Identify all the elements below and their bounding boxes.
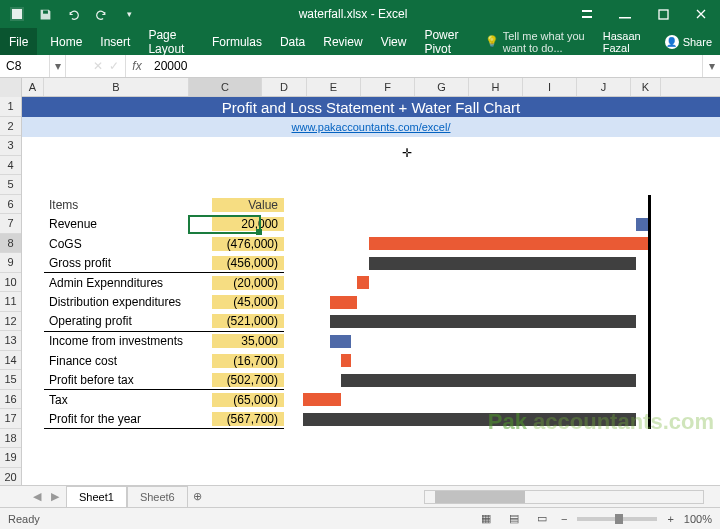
row-header-14[interactable]: 14 <box>0 351 21 371</box>
value-cell: (456,000) <box>212 256 284 270</box>
chart-row <box>284 312 720 332</box>
normal-view-icon[interactable]: ▦ <box>477 511 495 527</box>
share-button[interactable]: 👤 Share <box>657 35 720 49</box>
table-row: CoGS(476,000) <box>44 234 284 254</box>
column-header-C[interactable]: C <box>189 78 262 96</box>
table-row: Revenue20,000 <box>44 215 284 235</box>
column-header-F[interactable]: F <box>361 78 415 96</box>
column-header-D[interactable]: D <box>262 78 307 96</box>
table-row: Finance cost(16,700) <box>44 351 284 371</box>
row-header-9[interactable]: 9 <box>0 253 21 273</box>
column-header-G[interactable]: G <box>415 78 469 96</box>
save-icon[interactable] <box>36 5 54 23</box>
column-header-K[interactable]: K <box>631 78 661 96</box>
enter-formula-icon[interactable]: ✓ <box>109 59 119 73</box>
row-header-20[interactable]: 20 <box>0 468 21 486</box>
row-header-10[interactable]: 10 <box>0 273 21 293</box>
row-header-1[interactable]: 1 <box>0 97 21 117</box>
column-header-A[interactable]: A <box>22 78 44 96</box>
page-layout-view-icon[interactable]: ▤ <box>505 511 523 527</box>
qat-customize-icon[interactable]: ▾ <box>120 5 138 23</box>
source-link[interactable]: www.pakaccountants.com/excel/ <box>292 121 451 133</box>
row-header-12[interactable]: 12 <box>0 312 21 332</box>
column-header-E[interactable]: E <box>307 78 361 96</box>
zoom-slider[interactable] <box>577 517 657 521</box>
zoom-out-button[interactable]: − <box>561 513 567 525</box>
row-header-15[interactable]: 15 <box>0 370 21 390</box>
tab-view[interactable]: View <box>372 28 416 55</box>
row-header-7[interactable]: 7 <box>0 214 21 234</box>
cells-area[interactable]: Profit and Loss Statement + Water Fall C… <box>22 97 720 485</box>
cancel-formula-icon[interactable]: ✕ <box>93 59 103 73</box>
bar-decrease <box>341 354 351 367</box>
column-header-H[interactable]: H <box>469 78 523 96</box>
tab-formulas[interactable]: Formulas <box>203 28 271 55</box>
sheet-nav-prev-icon[interactable]: ◀ <box>30 490 44 504</box>
row-header-17[interactable]: 17 <box>0 409 21 429</box>
account-name[interactable]: Hasaan Fazal <box>595 30 657 54</box>
column-headers[interactable]: ABCDEFGHIJK <box>22 78 720 97</box>
row-header-19[interactable]: 19 <box>0 448 21 468</box>
tell-me-search[interactable]: 💡 Tell me what you want to do... <box>485 30 595 54</box>
row-header-11[interactable]: 11 <box>0 292 21 312</box>
item-cell: Tax <box>44 393 212 407</box>
row-header-2[interactable]: 2 <box>0 117 21 137</box>
row-header-5[interactable]: 5 <box>0 175 21 195</box>
sheet-tab-sheet6[interactable]: Sheet6 <box>127 486 188 507</box>
tab-data[interactable]: Data <box>271 28 314 55</box>
formula-bar: C8 ▾ ✕ ✓ fx 20000 ▾ <box>0 55 720 78</box>
formula-input[interactable]: 20000 <box>148 55 702 77</box>
chart-row <box>284 332 720 352</box>
sheet-link-row: www.pakaccountants.com/excel/ <box>22 117 720 137</box>
value-cell: (20,000) <box>212 276 284 290</box>
tab-file[interactable]: File <box>0 28 37 55</box>
worksheet-grid[interactable]: 123456789101112131415161718192021 ABCDEF… <box>0 78 720 485</box>
zoom-slider-thumb[interactable] <box>615 514 623 524</box>
table-row: Profit before tax(502,700) <box>44 371 284 391</box>
row-header-4[interactable]: 4 <box>0 156 21 176</box>
table-row: Profit for the year(567,700) <box>44 410 284 430</box>
maximize-button[interactable] <box>644 0 682 28</box>
name-box[interactable]: C8 <box>0 55 50 77</box>
sheet-tab-bar: ◀ ▶ Sheet1 Sheet6 ⊕ <box>0 485 720 507</box>
column-header-J[interactable]: J <box>577 78 631 96</box>
minimize-button[interactable] <box>606 0 644 28</box>
zoom-level[interactable]: 100% <box>684 513 712 525</box>
sheet-nav-next-icon[interactable]: ▶ <box>48 490 62 504</box>
tab-review[interactable]: Review <box>314 28 371 55</box>
add-sheet-button[interactable]: ⊕ <box>188 490 208 503</box>
horizontal-scrollbar[interactable] <box>424 490 704 504</box>
page-break-view-icon[interactable]: ▭ <box>533 511 551 527</box>
row-header-18[interactable]: 18 <box>0 429 21 449</box>
row-header-6[interactable]: 6 <box>0 195 21 215</box>
tell-me-label: Tell me what you want to do... <box>503 30 595 54</box>
share-label: Share <box>683 36 712 48</box>
column-header-B[interactable]: B <box>44 78 189 96</box>
ribbon-options-icon[interactable] <box>568 0 606 28</box>
item-cell: Admin Expennditures <box>44 276 212 290</box>
row-header-8[interactable]: 8 <box>0 234 21 254</box>
close-button[interactable] <box>682 0 720 28</box>
sheet-tab-active[interactable]: Sheet1 <box>66 486 127 507</box>
name-box-dropdown-icon[interactable]: ▾ <box>50 55 66 77</box>
column-header-I[interactable]: I <box>523 78 577 96</box>
row-header-13[interactable]: 13 <box>0 331 21 351</box>
row-headers[interactable]: 123456789101112131415161718192021 <box>0 78 22 485</box>
tab-power-pivot[interactable]: Power Pivot <box>415 28 476 55</box>
redo-icon[interactable] <box>92 5 110 23</box>
tab-page-layout[interactable]: Page Layout <box>139 28 203 55</box>
tab-insert[interactable]: Insert <box>91 28 139 55</box>
row-header-3[interactable]: 3 <box>0 136 21 156</box>
item-cell: Distribution expenditures <box>44 295 212 309</box>
formula-bar-expand-icon[interactable]: ▾ <box>702 55 720 77</box>
bar-decrease <box>303 393 341 406</box>
zoom-in-button[interactable]: + <box>667 513 673 525</box>
undo-icon[interactable] <box>64 5 82 23</box>
tab-home[interactable]: Home <box>41 28 91 55</box>
quick-access-toolbar: ▾ <box>0 5 138 23</box>
scrollbar-thumb[interactable] <box>435 491 525 503</box>
fx-icon[interactable]: fx <box>126 59 148 73</box>
data-table: ItemsValueRevenue20,000CoGS(476,000)Gros… <box>44 195 284 429</box>
bar-increase <box>330 335 351 348</box>
row-header-16[interactable]: 16 <box>0 390 21 410</box>
